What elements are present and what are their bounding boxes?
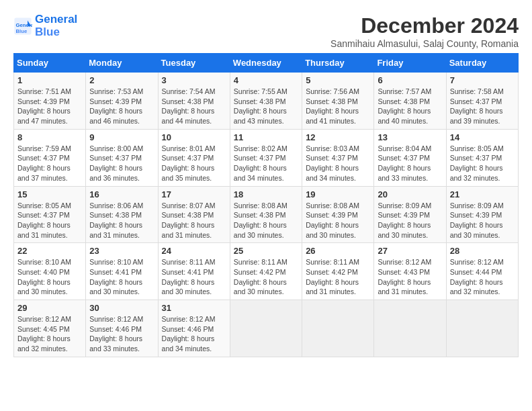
day-number: 29 — [17, 303, 82, 313]
day-info: Sunrise: 8:12 AM Sunset: 4:46 PM Dayligh… — [89, 314, 154, 354]
svg-text:Blue: Blue — [16, 28, 28, 34]
day-info: Sunrise: 7:59 AM Sunset: 4:37 PM Dayligh… — [17, 144, 82, 183]
calendar-cell: 15 Sunrise: 8:05 AM Sunset: 4:37 PM Dayl… — [14, 186, 86, 243]
calendar-header-row: SundayMondayTuesdayWednesdayThursdayFrid… — [14, 54, 519, 73]
calendar-cell: 16 Sunrise: 8:06 AM Sunset: 4:38 PM Dayl… — [86, 186, 158, 243]
page-header: General Blue General Blue December 2024 … — [13, 13, 519, 49]
week-row-3: 22 Sunrise: 8:10 AM Sunset: 4:40 PM Dayl… — [14, 243, 519, 300]
calendar-cell: 27 Sunrise: 8:12 AM Sunset: 4:43 PM Dayl… — [374, 243, 446, 300]
calendar-cell: 8 Sunrise: 7:59 AM Sunset: 4:37 PM Dayli… — [14, 129, 86, 186]
day-info: Sunrise: 8:11 AM Sunset: 4:41 PM Dayligh… — [162, 257, 226, 297]
day-number: 25 — [234, 246, 298, 256]
day-number: 4 — [234, 75, 298, 85]
day-info: Sunrise: 7:55 AM Sunset: 4:38 PM Dayligh… — [234, 87, 298, 126]
day-number: 15 — [17, 189, 82, 199]
calendar-cell — [230, 300, 302, 357]
col-header-sunday: Sunday — [14, 54, 86, 73]
calendar-cell: 2 Sunrise: 7:53 AM Sunset: 4:39 PM Dayli… — [86, 73, 158, 130]
day-number: 22 — [17, 246, 82, 256]
logo-text-block: General Blue — [35, 13, 77, 38]
day-number: 17 — [162, 189, 226, 199]
day-info: Sunrise: 8:06 AM Sunset: 4:38 PM Dayligh… — [89, 201, 154, 240]
logo-icon: General Blue — [13, 17, 32, 36]
day-number: 5 — [306, 75, 370, 85]
day-number: 13 — [378, 132, 442, 142]
day-info: Sunrise: 8:12 AM Sunset: 4:43 PM Dayligh… — [378, 257, 442, 297]
calendar-cell: 31 Sunrise: 8:12 AM Sunset: 4:46 PM Dayl… — [158, 300, 230, 357]
day-number: 27 — [378, 246, 442, 256]
day-info: Sunrise: 8:09 AM Sunset: 4:39 PM Dayligh… — [378, 201, 442, 240]
day-number: 24 — [162, 246, 226, 256]
calendar-cell: 21 Sunrise: 8:09 AM Sunset: 4:39 PM Dayl… — [446, 186, 518, 243]
day-number: 26 — [306, 246, 370, 256]
day-number: 10 — [162, 132, 226, 142]
calendar-cell: 19 Sunrise: 8:08 AM Sunset: 4:39 PM Dayl… — [302, 186, 374, 243]
day-number: 31 — [162, 303, 226, 313]
day-info: Sunrise: 8:10 AM Sunset: 4:40 PM Dayligh… — [17, 257, 82, 297]
calendar-cell: 5 Sunrise: 7:56 AM Sunset: 4:38 PM Dayli… — [302, 73, 374, 130]
day-info: Sunrise: 8:04 AM Sunset: 4:37 PM Dayligh… — [378, 144, 442, 183]
day-info: Sunrise: 8:12 AM Sunset: 4:45 PM Dayligh… — [17, 314, 82, 354]
day-number: 1 — [17, 75, 82, 85]
calendar-cell: 24 Sunrise: 8:11 AM Sunset: 4:41 PM Dayl… — [158, 243, 230, 300]
day-number: 9 — [89, 132, 154, 142]
calendar-cell: 6 Sunrise: 7:57 AM Sunset: 4:38 PM Dayli… — [374, 73, 446, 130]
calendar-cell: 1 Sunrise: 7:51 AM Sunset: 4:39 PM Dayli… — [14, 73, 86, 130]
day-number: 19 — [306, 189, 370, 199]
calendar-cell: 25 Sunrise: 8:11 AM Sunset: 4:42 PM Dayl… — [230, 243, 302, 300]
logo-line1: General — [35, 13, 77, 26]
day-number: 6 — [378, 75, 442, 85]
day-info: Sunrise: 8:08 AM Sunset: 4:38 PM Dayligh… — [234, 201, 298, 240]
day-info: Sunrise: 8:11 AM Sunset: 4:42 PM Dayligh… — [306, 257, 370, 297]
day-info: Sunrise: 7:57 AM Sunset: 4:38 PM Dayligh… — [378, 87, 442, 126]
calendar-table: SundayMondayTuesdayWednesdayThursdayFrid… — [13, 53, 519, 357]
calendar-cell: 29 Sunrise: 8:12 AM Sunset: 4:45 PM Dayl… — [14, 300, 86, 357]
day-number: 14 — [450, 132, 515, 142]
day-number: 28 — [450, 246, 515, 256]
week-row-0: 1 Sunrise: 7:51 AM Sunset: 4:39 PM Dayli… — [14, 73, 519, 130]
calendar-cell: 28 Sunrise: 8:12 AM Sunset: 4:44 PM Dayl… — [446, 243, 518, 300]
day-info: Sunrise: 7:54 AM Sunset: 4:38 PM Dayligh… — [162, 87, 226, 126]
calendar-cell: 3 Sunrise: 7:54 AM Sunset: 4:38 PM Dayli… — [158, 73, 230, 130]
day-info: Sunrise: 8:09 AM Sunset: 4:39 PM Dayligh… — [450, 201, 515, 240]
day-number: 20 — [378, 189, 442, 199]
calendar-cell: 26 Sunrise: 8:11 AM Sunset: 4:42 PM Dayl… — [302, 243, 374, 300]
day-number: 23 — [89, 246, 154, 256]
day-info: Sunrise: 8:05 AM Sunset: 4:37 PM Dayligh… — [450, 144, 515, 183]
col-header-saturday: Saturday — [446, 54, 518, 73]
day-info: Sunrise: 8:03 AM Sunset: 4:37 PM Dayligh… — [306, 144, 370, 183]
col-header-wednesday: Wednesday — [230, 54, 302, 73]
day-info: Sunrise: 8:11 AM Sunset: 4:42 PM Dayligh… — [234, 257, 298, 297]
day-info: Sunrise: 8:00 AM Sunset: 4:37 PM Dayligh… — [89, 144, 154, 183]
day-info: Sunrise: 8:07 AM Sunset: 4:38 PM Dayligh… — [162, 201, 226, 240]
calendar-cell — [302, 300, 374, 357]
col-header-tuesday: Tuesday — [158, 54, 230, 73]
day-info: Sunrise: 8:12 AM Sunset: 4:46 PM Dayligh… — [162, 314, 226, 354]
day-number: 8 — [17, 132, 82, 142]
calendar-cell: 17 Sunrise: 8:07 AM Sunset: 4:38 PM Dayl… — [158, 186, 230, 243]
day-number: 7 — [450, 75, 515, 85]
calendar-cell — [446, 300, 518, 357]
month-title: December 2024 — [330, 13, 519, 38]
day-info: Sunrise: 7:51 AM Sunset: 4:39 PM Dayligh… — [17, 87, 82, 126]
calendar-cell: 30 Sunrise: 8:12 AM Sunset: 4:46 PM Dayl… — [86, 300, 158, 357]
day-number: 18 — [234, 189, 298, 199]
day-info: Sunrise: 8:12 AM Sunset: 4:44 PM Dayligh… — [450, 257, 515, 297]
calendar-cell: 18 Sunrise: 8:08 AM Sunset: 4:38 PM Dayl… — [230, 186, 302, 243]
calendar-cell: 10 Sunrise: 8:01 AM Sunset: 4:37 PM Dayl… — [158, 129, 230, 186]
calendar-cell: 11 Sunrise: 8:02 AM Sunset: 4:37 PM Dayl… — [230, 129, 302, 186]
day-info: Sunrise: 8:10 AM Sunset: 4:41 PM Dayligh… — [89, 257, 154, 297]
calendar-cell: 20 Sunrise: 8:09 AM Sunset: 4:39 PM Dayl… — [374, 186, 446, 243]
day-info: Sunrise: 7:58 AM Sunset: 4:37 PM Dayligh… — [450, 87, 515, 126]
week-row-4: 29 Sunrise: 8:12 AM Sunset: 4:45 PM Dayl… — [14, 300, 519, 357]
day-info: Sunrise: 8:05 AM Sunset: 4:37 PM Dayligh… — [17, 201, 82, 240]
col-header-thursday: Thursday — [302, 54, 374, 73]
col-header-monday: Monday — [86, 54, 158, 73]
day-info: Sunrise: 8:08 AM Sunset: 4:39 PM Dayligh… — [306, 201, 370, 240]
day-info: Sunrise: 8:01 AM Sunset: 4:37 PM Dayligh… — [162, 144, 226, 183]
day-number: 11 — [234, 132, 298, 142]
day-info: Sunrise: 7:53 AM Sunset: 4:39 PM Dayligh… — [89, 87, 154, 126]
calendar-cell: 22 Sunrise: 8:10 AM Sunset: 4:40 PM Dayl… — [14, 243, 86, 300]
week-row-2: 15 Sunrise: 8:05 AM Sunset: 4:37 PM Dayl… — [14, 186, 519, 243]
calendar-cell: 13 Sunrise: 8:04 AM Sunset: 4:37 PM Dayl… — [374, 129, 446, 186]
